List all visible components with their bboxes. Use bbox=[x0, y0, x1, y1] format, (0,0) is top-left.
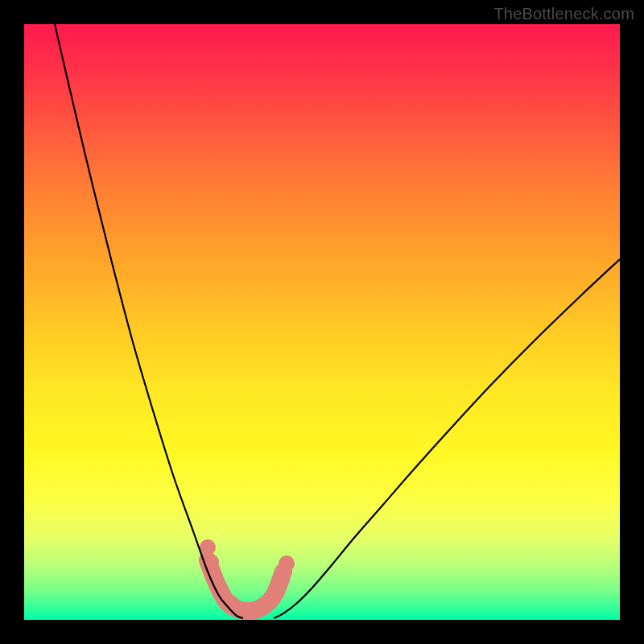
curve-dot bbox=[224, 596, 240, 612]
curve-layer bbox=[24, 24, 620, 620]
curve-dot bbox=[279, 555, 295, 572]
plot-area bbox=[24, 24, 620, 620]
curve-dot bbox=[266, 589, 282, 605]
chart-frame: TheBottleneck.com bbox=[0, 0, 644, 644]
watermark-text: TheBottleneck.com bbox=[493, 5, 634, 23]
curve-dot bbox=[274, 572, 290, 588]
right-curve bbox=[274, 259, 620, 618]
left-curve bbox=[55, 24, 243, 618]
curve-dot bbox=[200, 539, 216, 555]
